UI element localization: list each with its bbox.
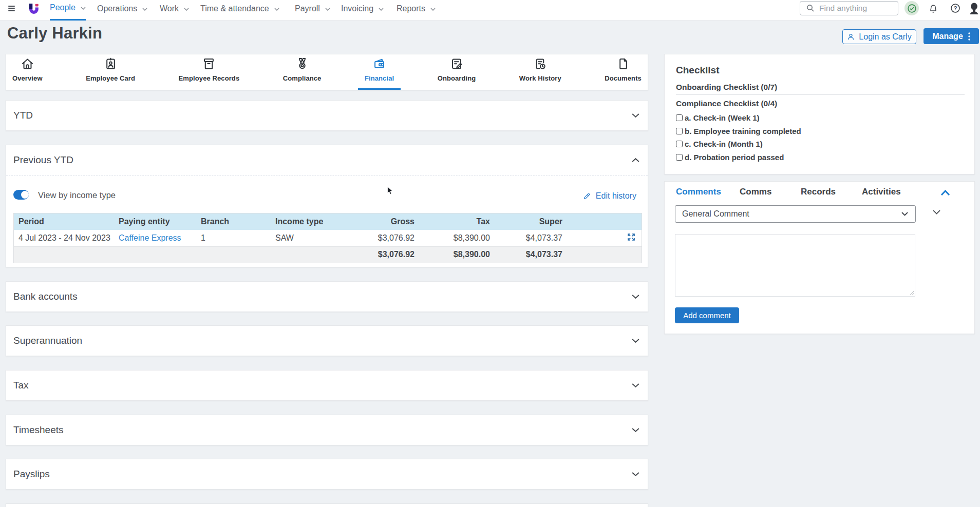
svg-text:?: ?	[954, 5, 957, 11]
